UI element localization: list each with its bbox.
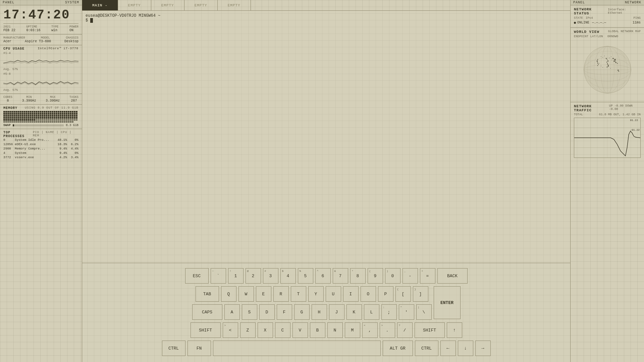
key-a[interactable]: A: [224, 304, 240, 320]
key-fn[interactable]: FN: [187, 341, 211, 356]
key-ctrl-left[interactable]: CTRL: [162, 341, 185, 356]
key-w[interactable]: W: [238, 286, 254, 302]
key-b[interactable]: B: [310, 322, 325, 338]
key-up-arrow[interactable]: ↑: [447, 322, 462, 338]
main-area: MAIN - EMPTY EMPTY EMPTY EMPTY eusea@DES…: [82, 0, 570, 362]
key-o[interactable]: O: [361, 286, 376, 302]
left-panel-label: PANEL: [3, 1, 14, 4]
key-semicolon[interactable]: :;: [381, 304, 397, 320]
svg-rect-27: [618, 71, 619, 72]
key-space[interactable]: [213, 341, 381, 356]
svg-rect-15: [607, 66, 607, 68]
key-g[interactable]: G: [294, 304, 310, 320]
key-9[interactable]: (9: [368, 268, 383, 284]
key-tab[interactable]: TAB: [196, 286, 219, 302]
network-status: NETWORK STATUS Interface: Ethernet STATE…: [571, 5, 644, 28]
key-comma[interactable]: <,: [362, 322, 378, 338]
key-lbracket[interactable]: {[: [395, 286, 411, 302]
key-j[interactable]: J: [329, 304, 344, 320]
tab-empty-2[interactable]: EMPTY: [151, 0, 184, 10]
key-left-arrow[interactable]: ←: [440, 341, 456, 356]
tab-main[interactable]: MAIN -: [82, 0, 118, 10]
key-period[interactable]: >.: [380, 322, 395, 338]
process-row: 4 System 9.4% 0%: [3, 151, 78, 155]
key-f[interactable]: F: [277, 304, 292, 320]
key-6[interactable]: ^6: [315, 268, 331, 284]
key-d[interactable]: D: [259, 304, 275, 320]
key-tilde[interactable]: ~`: [211, 268, 226, 284]
date-col: 2021 FEB 22: [3, 25, 15, 32]
key-right-arrow[interactable]: →: [475, 341, 491, 356]
tab-empty-1[interactable]: EMPTY: [118, 0, 151, 10]
key-equals[interactable]: +=: [420, 268, 435, 284]
traffic-graph: 91.22 -91.22: [574, 118, 641, 158]
key-y[interactable]: Y: [308, 286, 324, 302]
proc-mem: 0%: [68, 138, 78, 142]
cpu-cores2-label: #5-8: [3, 72, 78, 76]
svg-rect-29: [602, 57, 603, 58]
key-5[interactable]: %5: [298, 268, 313, 284]
key-quote[interactable]: "': [399, 304, 414, 320]
key-0[interactable]: )0: [385, 268, 400, 284]
key-z[interactable]: Z: [240, 322, 256, 338]
key-enter[interactable]: ENTER: [434, 286, 461, 319]
key-q[interactable]: Q: [221, 286, 236, 302]
left-panel: PANEL SYSTEM 17:47:20 2021 FEB 22 UPTIME…: [0, 0, 82, 362]
tab-empty-4[interactable]: EMPTY: [218, 0, 251, 10]
key-caps[interactable]: CAPS: [192, 304, 222, 320]
key-1[interactable]: !1: [228, 268, 244, 284]
key-h[interactable]: H: [312, 304, 327, 320]
key-t[interactable]: T: [291, 286, 306, 302]
key-c[interactable]: C: [275, 322, 290, 338]
process-row: 0 System Idle Pro... 48.1% 0%: [3, 138, 78, 142]
key-8[interactable]: *8: [350, 268, 366, 284]
key-minus[interactable]: _-: [402, 268, 418, 284]
chassis-label: CHASSIS: [66, 36, 78, 40]
key-angle[interactable]: ><: [223, 322, 238, 338]
key-2[interactable]: @2: [246, 268, 261, 284]
key-l[interactable]: L: [364, 304, 379, 320]
key-backslash[interactable]: |\: [416, 304, 432, 320]
svg-rect-30: [604, 56, 605, 56]
uptime-label: UPTIME: [26, 25, 40, 28]
min-col: MIN 3.39GHz: [22, 96, 36, 103]
tab-bar[interactable]: MAIN - EMPTY EMPTY EMPTY EMPTY: [82, 0, 570, 11]
key-shift-right[interactable]: SHIFT: [415, 322, 445, 338]
key-slash[interactable]: ?/: [397, 322, 413, 338]
key-v[interactable]: V: [292, 322, 308, 338]
svg-rect-17: [597, 60, 598, 62]
proc-pid: 0: [3, 138, 14, 142]
key-alt-gr[interactable]: ALT GR: [383, 341, 413, 356]
right-panel-header: PANEL NETWORK: [571, 0, 644, 5]
process-list: 0 System Idle Pro... 48.1% 0% 12856 eDEX…: [3, 138, 78, 159]
key-x[interactable]: X: [258, 322, 273, 338]
key-3[interactable]: #3: [263, 268, 278, 284]
tab-empty-3[interactable]: EMPTY: [184, 0, 218, 10]
proc-name: eDEX-UI.exe: [15, 142, 54, 146]
online-dot: [574, 22, 576, 24]
key-n[interactable]: N: [327, 322, 343, 338]
key-rbracket[interactable]: }]: [413, 286, 428, 302]
key-u[interactable]: U: [326, 286, 341, 302]
key-7[interactable]: &7: [333, 268, 348, 284]
key-backspace[interactable]: BACK: [437, 268, 468, 284]
key-ctrl-right[interactable]: CTRL: [415, 341, 438, 356]
proc-cpu: 18.3%: [54, 142, 67, 146]
key-row-2: TAB Q W E R T Y U I O P {[ }]: [192, 286, 432, 302]
key-k[interactable]: K: [346, 304, 362, 320]
key-shift-left[interactable]: SHIFT: [191, 322, 221, 338]
key-i[interactable]: I: [343, 286, 359, 302]
key-s[interactable]: S: [242, 304, 257, 320]
key-e[interactable]: E: [256, 286, 271, 302]
svg-rect-31: [611, 56, 611, 57]
key-r[interactable]: R: [273, 286, 289, 302]
key-m[interactable]: M: [345, 322, 360, 338]
key-4[interactable]: $4: [280, 268, 296, 284]
process-row: 2900 Memory Compre... 9.4% 4.4%: [3, 147, 78, 150]
svg-rect-34: [610, 68, 611, 69]
terminal-line2: $: [86, 18, 567, 23]
key-down-arrow[interactable]: ↓: [458, 341, 473, 356]
key-esc[interactable]: ESC: [185, 268, 209, 284]
key-p[interactable]: P: [378, 286, 393, 302]
proc-mem: 6.2%: [68, 142, 78, 146]
